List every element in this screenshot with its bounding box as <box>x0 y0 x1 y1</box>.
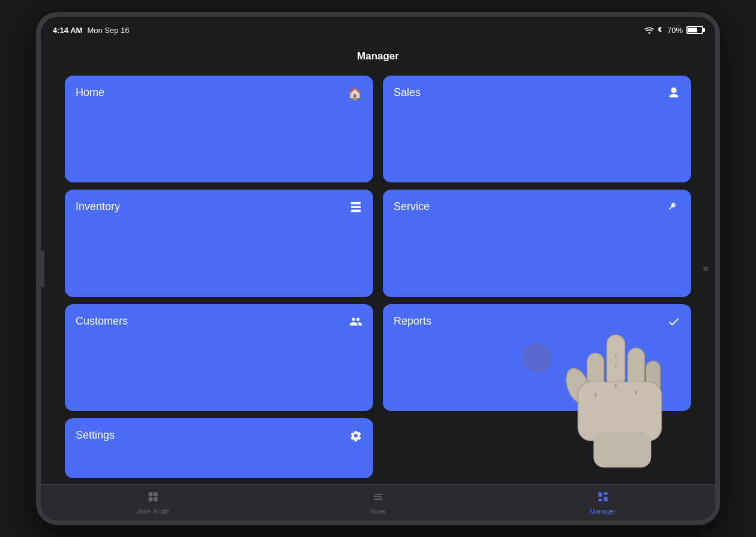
battery-percent: 70% <box>667 26 683 35</box>
camera-dot <box>703 266 708 271</box>
moon-icon <box>658 26 664 34</box>
tab-jane-label: Jane Smith <box>137 508 170 515</box>
status-date: Mon Sep 16 <box>87 26 129 35</box>
grid-container: Home 🏠 Sales Inventory <box>41 70 715 484</box>
home-button[interactable] <box>38 251 44 287</box>
settings-icon <box>349 429 362 445</box>
svg-rect-18 <box>154 497 158 501</box>
tile-settings[interactable]: Settings <box>65 418 373 478</box>
svg-rect-20 <box>604 492 607 494</box>
status-right: 70% <box>644 26 703 35</box>
svg-rect-2 <box>351 210 361 212</box>
customers-icon <box>349 315 362 331</box>
tile-service-label: Service <box>394 200 430 213</box>
status-time: 4:14 AM <box>53 26 82 35</box>
app-title: Manager <box>357 50 399 62</box>
tile-home-label: Home <box>76 86 104 99</box>
tile-customers[interactable]: Customers <box>65 304 373 411</box>
tile-inventory[interactable]: Inventory <box>65 190 373 296</box>
tile-inventory-label: Inventory <box>76 200 120 213</box>
tab-sales[interactable]: Sales <box>266 491 491 515</box>
wifi-icon <box>644 26 654 34</box>
svg-rect-21 <box>604 497 607 502</box>
home-icon: 🏠 <box>347 86 362 101</box>
grid-row-3: Customers Reports <box>65 304 691 411</box>
tile-settings-label: Settings <box>76 429 115 442</box>
tab-jane-icon <box>147 491 159 506</box>
tab-manager-label: Manager <box>590 508 616 515</box>
app-area: Manager Home 🏠 Sales <box>41 43 715 520</box>
svg-rect-1 <box>351 206 361 208</box>
tab-bar: Jane Smith Sales <box>41 484 715 520</box>
touch-ripple <box>522 343 552 373</box>
status-left: 4:14 AM Mon Sep 16 <box>53 26 129 35</box>
grid-row-1: Home 🏠 Sales <box>65 76 691 182</box>
sales-icon <box>667 86 680 103</box>
svg-rect-19 <box>598 492 602 497</box>
status-bar: 4:14 AM Mon Sep 16 70% <box>41 17 715 43</box>
grid-row-2: Inventory Service <box>65 190 691 296</box>
svg-rect-22 <box>598 499 602 501</box>
tile-service[interactable]: Service <box>383 190 691 296</box>
tile-reports-label: Reports <box>394 315 431 328</box>
empty-space <box>383 418 691 478</box>
tile-customers-label: Customers <box>76 315 128 328</box>
svg-rect-0 <box>351 202 361 205</box>
grid-row-4: Settings <box>65 418 691 478</box>
tile-reports[interactable]: Reports <box>383 304 691 411</box>
svg-rect-15 <box>149 492 153 496</box>
reports-icon <box>667 315 680 331</box>
tile-sales-label: Sales <box>394 86 421 99</box>
tab-sales-label: Sales <box>370 508 386 515</box>
battery-fill <box>688 28 697 32</box>
tab-jane-smith[interactable]: Jane Smith <box>41 491 266 515</box>
svg-rect-16 <box>154 492 158 496</box>
service-icon <box>667 200 680 217</box>
app-header: Manager <box>41 43 715 70</box>
inventory-icon <box>349 200 362 217</box>
tile-home[interactable]: Home 🏠 <box>65 76 373 182</box>
tab-manager[interactable]: Manager <box>490 491 715 515</box>
tab-manager-icon <box>597 491 609 506</box>
tab-sales-icon <box>372 491 384 506</box>
svg-rect-17 <box>149 497 153 501</box>
battery-icon <box>686 26 703 34</box>
device-frame: 4:14 AM Mon Sep 16 70% Manager <box>36 12 720 525</box>
tile-sales[interactable]: Sales <box>383 76 691 182</box>
